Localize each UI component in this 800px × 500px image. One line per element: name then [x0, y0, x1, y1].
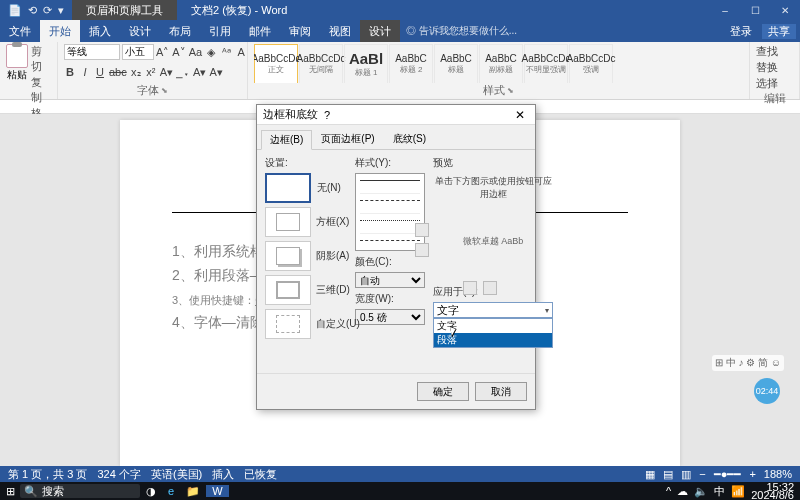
style-heading1[interactable]: AaBl标题 1: [344, 44, 388, 83]
style-gallery[interactable]: AaBbCcDc正文 AaBbCcDc无间隔 AaBl标题 1 AaBbC标题 …: [254, 44, 743, 83]
taskbar-search[interactable]: 🔍搜索: [20, 484, 140, 498]
ok-button[interactable]: 确定: [417, 382, 469, 401]
paste-button[interactable]: 粘贴: [6, 68, 28, 82]
highlight-button[interactable]: ⎯▾: [176, 66, 190, 79]
tab-references[interactable]: 引用: [200, 20, 240, 42]
qat-more-icon[interactable]: ▾: [58, 4, 64, 17]
view-print-layout-icon[interactable]: ▦: [645, 468, 655, 481]
word-taskbar-icon[interactable]: W: [206, 485, 228, 497]
subscript-button[interactable]: x₂: [130, 66, 142, 79]
setting-3d[interactable]: 三维(D): [265, 275, 311, 305]
tab-home[interactable]: 开始: [40, 20, 80, 42]
setting-none[interactable]: 无(N): [265, 173, 311, 203]
copy-button[interactable]: 复制: [31, 75, 51, 105]
style-title[interactable]: AaBbC标题: [434, 44, 478, 83]
setting-shadow[interactable]: 阴影(A): [265, 241, 311, 271]
tab-mailings[interactable]: 邮件: [240, 20, 280, 42]
status-insert-mode[interactable]: 插入: [212, 467, 234, 482]
cut-button[interactable]: 剪切: [31, 44, 51, 74]
underline-button[interactable]: U: [94, 66, 106, 79]
redo-icon[interactable]: ⟳: [43, 4, 52, 17]
view-read-mode-icon[interactable]: ▤: [663, 468, 673, 481]
color-select[interactable]: 自动: [355, 272, 425, 288]
style-normal[interactable]: AaBbCcDc正文: [254, 44, 298, 83]
font-color-button[interactable]: A▾: [193, 66, 206, 79]
minimize-button[interactable]: –: [710, 5, 740, 16]
tray-network-icon[interactable]: 📶: [731, 485, 745, 498]
dialog-close-button[interactable]: ✕: [511, 108, 529, 122]
dialog-tab-shading[interactable]: 底纹(S): [384, 129, 435, 149]
tab-view[interactable]: 视图: [320, 20, 360, 42]
qat-doc-icon[interactable]: 📄: [8, 4, 22, 17]
ime-indicator[interactable]: ⊞ 中 ♪ ⚙ 简 ☺: [712, 355, 784, 371]
grow-font-button[interactable]: A˄: [156, 46, 169, 59]
font-launcher-icon[interactable]: ⬊: [161, 86, 168, 95]
phonetic-button[interactable]: ᴬᵃ: [220, 46, 232, 59]
login-button[interactable]: 登录: [724, 24, 758, 39]
superscript-button[interactable]: x²: [145, 66, 157, 79]
strike-button[interactable]: abc: [109, 66, 127, 79]
tab-insert[interactable]: 插入: [80, 20, 120, 42]
tray-overflow-icon[interactable]: ^: [666, 485, 671, 497]
italic-button[interactable]: I: [79, 66, 91, 79]
dialog-tab-page-border[interactable]: 页面边框(P): [312, 129, 383, 149]
styles-launcher-icon[interactable]: ⬊: [507, 86, 514, 95]
zoom-slider[interactable]: ━●━━: [714, 468, 742, 481]
chevron-down-icon[interactable]: ▾: [545, 306, 549, 315]
dialog-tab-borders[interactable]: 边框(B): [261, 130, 312, 150]
quick-access-toolbar[interactable]: 📄 ⟲ ⟳ ▾: [0, 4, 72, 17]
maximize-button[interactable]: ☐: [740, 5, 770, 16]
view-web-layout-icon[interactable]: ▥: [681, 468, 691, 481]
replace-button[interactable]: 替换: [756, 60, 793, 75]
bold-button[interactable]: B: [64, 66, 76, 79]
change-case-button[interactable]: Aa: [189, 46, 202, 59]
dialog-help-button[interactable]: ?: [318, 109, 336, 121]
border-top-toggle[interactable]: [415, 223, 429, 237]
clear-format-button[interactable]: ◈: [205, 46, 217, 59]
border-left-toggle[interactable]: [463, 281, 477, 295]
tab-file[interactable]: 文件: [0, 20, 40, 42]
style-subtitle[interactable]: AaBbC副标题: [479, 44, 523, 83]
font-name-input[interactable]: [64, 44, 120, 60]
style-nospace[interactable]: AaBbCcDc无间隔: [299, 44, 343, 83]
style-heading2[interactable]: AaBbC标题 2: [389, 44, 433, 83]
tab-header-design[interactable]: 设计: [360, 20, 400, 42]
zoom-out-button[interactable]: −: [699, 468, 705, 480]
cancel-button[interactable]: 取消: [475, 382, 527, 401]
text-effects-button[interactable]: A▾: [160, 66, 173, 79]
setting-custom[interactable]: 自定义(U): [265, 309, 311, 339]
shrink-font-button[interactable]: A˅: [172, 46, 185, 59]
tray-ime-icon[interactable]: 中: [714, 484, 725, 499]
find-button[interactable]: 查找: [756, 44, 793, 59]
explorer-icon[interactable]: 📁: [180, 485, 206, 498]
status-word-count[interactable]: 324 个字: [97, 467, 140, 482]
tab-design[interactable]: 设计: [120, 20, 160, 42]
apply-to-combo[interactable]: 文字▾ 文字 段落: [433, 302, 553, 318]
style-emphasis[interactable]: AaBbCcDc强调: [569, 44, 613, 83]
zoom-level[interactable]: 188%: [764, 468, 792, 480]
style-subtle-emph[interactable]: AaBbCcDc不明显强调: [524, 44, 568, 83]
tray-onedrive-icon[interactable]: ☁: [677, 485, 688, 498]
tray-volume-icon[interactable]: 🔈: [694, 485, 708, 498]
start-button[interactable]: ⊞: [0, 485, 20, 498]
setting-box[interactable]: 方框(X): [265, 207, 311, 237]
width-select[interactable]: 0.5 磅: [355, 309, 425, 325]
share-button[interactable]: 共享: [762, 24, 796, 39]
font-size-input[interactable]: [122, 44, 154, 60]
status-language[interactable]: 英语(美国): [151, 467, 202, 482]
tab-review[interactable]: 审阅: [280, 20, 320, 42]
task-view-icon[interactable]: ◑: [140, 485, 162, 498]
undo-icon[interactable]: ⟲: [28, 4, 37, 17]
char-border-button[interactable]: A: [235, 46, 247, 59]
taskbar-clock[interactable]: 15:322024/8/6: [751, 483, 794, 499]
select-button[interactable]: 选择: [756, 76, 793, 91]
status-page[interactable]: 第 1 页，共 3 页: [8, 467, 87, 482]
edge-icon[interactable]: e: [162, 485, 180, 497]
char-shading-button[interactable]: A▾: [209, 66, 222, 79]
zoom-in-button[interactable]: +: [749, 468, 755, 480]
border-right-toggle[interactable]: [483, 281, 497, 295]
preview-box[interactable]: 微软卓越 AaBb: [433, 203, 553, 279]
tell-me-input[interactable]: ◎ 告诉我您想要做什么...: [400, 24, 517, 38]
paste-icon[interactable]: [6, 44, 28, 68]
close-button[interactable]: ✕: [770, 5, 800, 16]
